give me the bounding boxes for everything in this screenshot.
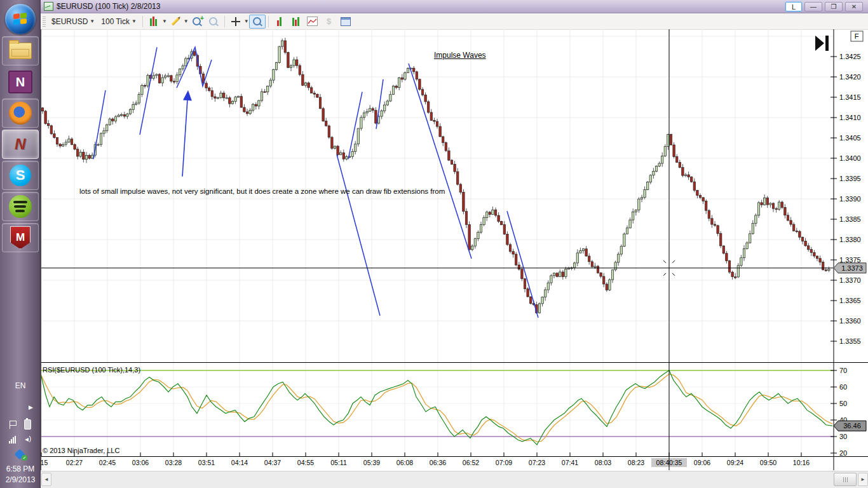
copyright-label: © 2013 NinjaTrader, LLC xyxy=(43,447,119,454)
close-button[interactable]: ✕ xyxy=(845,2,863,11)
properties-button[interactable] xyxy=(337,15,354,29)
rsi-tick-label: 30 xyxy=(839,433,847,440)
action-center-flag-icon[interactable] xyxy=(10,421,17,429)
window-titlebar[interactable]: $EURUSD (100 Tick) 2/8/2013 L — ❐ ✕ xyxy=(41,0,868,13)
restore-button[interactable]: ❐ xyxy=(825,2,843,11)
rsi-avg-line xyxy=(41,374,832,442)
price-tick-label: 1.3370 xyxy=(839,276,861,284)
crosshair-button[interactable] xyxy=(227,15,244,29)
taskbar-item-firefox[interactable] xyxy=(2,98,39,128)
ninjatrader-icon: N xyxy=(15,135,25,153)
chart-style-button[interactable] xyxy=(146,15,162,29)
time-tick-label: 09:24 xyxy=(727,459,743,466)
time-tick-label: 06:08 xyxy=(397,459,413,466)
dollar-icon: $ xyxy=(327,17,331,26)
taskbar-clock[interactable]: 6:58 PM 2/9/2013 xyxy=(6,464,36,485)
onenote-icon: N xyxy=(8,71,32,93)
start-button[interactable] xyxy=(5,4,36,34)
instrument-selector[interactable]: $EURUSD ▼ xyxy=(48,16,98,27)
show-hidden-icons-button[interactable]: ▶ xyxy=(29,404,33,410)
time-tick-label: 08:03 xyxy=(595,459,611,466)
line-chart-icon xyxy=(307,17,318,26)
link-button[interactable]: L xyxy=(785,2,802,11)
rsi-tick-label: 20 xyxy=(839,449,847,457)
chevron-down-icon: ▼ xyxy=(90,18,95,24)
language-indicator[interactable]: EN xyxy=(15,381,26,390)
rsi-marker-value: 36.46 xyxy=(843,422,861,430)
time-tick-label: 04:55 xyxy=(297,459,314,466)
zoom-out-button[interactable] xyxy=(205,15,222,29)
battery-icon[interactable] xyxy=(24,419,31,430)
trend-line-annotations[interactable] xyxy=(93,47,538,318)
rsi-line xyxy=(41,370,832,445)
price-tick-label: 1.3410 xyxy=(839,114,861,121)
chart-note-text[interactable]: lots of small impulse waves, not very si… xyxy=(79,187,445,195)
scroll-left-arrow[interactable]: ◄ xyxy=(41,473,51,486)
drawing-tools-button[interactable] xyxy=(167,15,184,29)
bars-button[interactable] xyxy=(288,15,304,29)
crosshair-center-mark xyxy=(663,261,666,263)
volume-icon[interactable] xyxy=(24,436,32,444)
rsi-tick-label: 50 xyxy=(839,400,847,407)
indicators-button[interactable] xyxy=(304,15,321,29)
time-tick-label: 06:36 xyxy=(430,459,446,466)
time-tick-label: 10:16 xyxy=(793,459,810,466)
price-chart[interactable]: 1.34251.34201.34151.34101.34051.34001.33… xyxy=(41,29,868,488)
crosshair-icon xyxy=(231,17,240,26)
go-to-last-bar-icon[interactable] xyxy=(815,36,829,51)
price-tick-label: 1.3375 xyxy=(839,256,861,264)
drawing-tools-dropdown[interactable]: ▼ xyxy=(184,18,189,24)
time-tick-label: 09:50 xyxy=(760,459,776,466)
chart-trader-button[interactable] xyxy=(271,15,288,29)
account-button[interactable]: $ xyxy=(321,15,337,29)
minimize-button[interactable]: — xyxy=(804,2,822,11)
interval-selector[interactable]: 100 Tick ▼ xyxy=(98,16,140,27)
zoom-in-button[interactable]: + xyxy=(189,15,205,29)
rsi-tick-label: 60 xyxy=(839,383,847,391)
trend-line xyxy=(93,90,105,159)
taskbar-item-ninjatrader[interactable]: N xyxy=(2,130,39,159)
chevron-down-icon: ▼ xyxy=(132,18,137,24)
chart-toolbar: $EURUSD ▼ 100 Tick ▼ ▼ ▼ + ▼ xyxy=(41,13,868,30)
candles xyxy=(41,37,830,314)
explorer-folder-icon xyxy=(9,43,32,59)
horizontal-scrollbar[interactable]: ◄ ► xyxy=(41,471,868,488)
price-tick-label: 1.3390 xyxy=(839,195,861,203)
chart-style-dropdown[interactable]: ▼ xyxy=(162,18,167,24)
trend-line xyxy=(507,211,538,318)
crosshair-dropdown[interactable]: ▼ xyxy=(244,18,249,24)
taskbar-item-skype[interactable]: S xyxy=(2,161,39,190)
scrollbar-thumb[interactable] xyxy=(834,473,857,486)
price-tick-label: 1.3360 xyxy=(839,317,861,325)
time-tick-label: 03:28 xyxy=(165,459,182,466)
taskbar-item-mcafee[interactable]: M xyxy=(2,223,39,252)
price-tick-label: 1.3395 xyxy=(839,175,861,182)
taskbar-item-onenote[interactable]: N xyxy=(2,67,39,97)
clock-date: 2/9/2013 xyxy=(6,475,36,485)
chart-trader-icon xyxy=(277,17,281,26)
windows-taskbar: N N S M EN ▶ xyxy=(0,0,41,488)
trend-line xyxy=(337,154,380,316)
toolbar-grip[interactable] xyxy=(43,17,46,27)
impulse-waves-label[interactable]: Impulse Waves xyxy=(434,51,486,60)
time-tick-label: 07:23 xyxy=(529,459,545,466)
taskbar-item-explorer[interactable] xyxy=(2,36,39,65)
crosshair-center-mark xyxy=(663,273,666,276)
arrow-head-icon xyxy=(183,90,192,100)
crosshair-center-mark xyxy=(672,261,675,263)
arrow-tail xyxy=(182,100,187,177)
scroll-right-arrow[interactable]: ► xyxy=(858,473,868,486)
price-tick-label: 1.3380 xyxy=(839,236,861,243)
window-title: $EURUSD (100 Tick) 2/8/2013 xyxy=(57,2,160,11)
fixed-scale-label: F xyxy=(855,32,859,40)
last-price-marker-value: 1.3373 xyxy=(841,264,863,272)
magnifier-icon xyxy=(253,17,261,25)
dropbox-tray-icon[interactable] xyxy=(15,450,25,459)
taskbar-item-spotify[interactable] xyxy=(2,192,39,221)
data-box-button[interactable] xyxy=(249,15,266,29)
bars-icon xyxy=(292,17,299,26)
mcafee-shield-icon: M xyxy=(10,226,31,249)
network-signal-icon[interactable] xyxy=(9,436,16,444)
firefox-icon xyxy=(9,102,32,125)
time-tick-label: 2:15 xyxy=(41,459,48,466)
